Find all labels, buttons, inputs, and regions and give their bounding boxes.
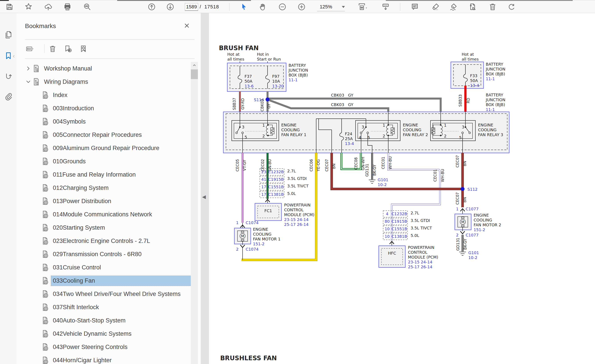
svg-text:CEC07: CEC07 [455, 192, 460, 205]
svg-text:GD131: GD131 [456, 238, 460, 251]
search-button[interactable] [82, 2, 92, 12]
svg-text:BN: BN [463, 197, 467, 203]
bookmark-item[interactable]: 031Cruise Control [17, 261, 191, 274]
svg-text:BOX (BJB): BOX (BJB) [289, 73, 308, 77]
svg-text:13-20: 13-20 [272, 84, 284, 88]
svg-text:VT-GY: VT-GY [242, 160, 247, 171]
svg-text:COOLING: COOLING [478, 127, 497, 132]
bookmark-page-icon [41, 276, 49, 285]
bookmark-section-icon [32, 64, 41, 73]
bookmark-item[interactable]: 013Power Distribution [17, 195, 191, 208]
cloud-upload-button[interactable] [43, 2, 53, 12]
zoom-level-select[interactable]: 125% [317, 3, 345, 11]
print-button[interactable] [62, 2, 72, 12]
svg-text:C1551B: C1551B [392, 226, 407, 231]
bookmark-item[interactable]: 044Horn/Cigar Lighter [17, 354, 191, 364]
svg-text:ENGINE: ENGINE [281, 123, 297, 127]
bookmark-item[interactable]: 005Connector Repair Procedures [17, 128, 191, 141]
bookmark-item[interactable]: 020Starting System [17, 221, 191, 234]
bookmark-page-icon [41, 170, 49, 179]
bookmark-page-icon [41, 184, 49, 192]
previous-page-button[interactable] [147, 2, 157, 12]
svg-text:FC1: FC1 [264, 208, 272, 213]
scrolling-mode-button[interactable] [381, 2, 391, 12]
star-button[interactable] [23, 2, 34, 12]
bookmark-label: 012Charging System [51, 183, 191, 193]
goto-bookmark-button[interactable] [78, 44, 88, 54]
svg-text:G101: G101 [468, 250, 479, 255]
comment-button[interactable] [410, 2, 420, 12]
svg-text:YE-OG: YE-OG [316, 159, 321, 172]
bookmark-options-button[interactable] [25, 44, 35, 54]
svg-text:F97: F97 [272, 74, 279, 79]
bookmark-item[interactable]: 004Symbols [17, 115, 191, 128]
close-panel-button[interactable] [183, 22, 191, 30]
bookmark-item[interactable]: 033Cooling Fan [17, 274, 191, 287]
svg-text:FAN MOTOR 1: FAN MOTOR 1 [253, 237, 281, 241]
bookmark-section-icon [32, 77, 41, 86]
bookmark-item[interactable]: 042Vehicle Dynamic Systems [17, 327, 191, 340]
bookmark-label: 029Transmission Controls - 6R80 [51, 249, 191, 259]
bookmark-item[interactable]: 011Fuse and Relay Information [17, 168, 191, 181]
svg-text:CEC01: CEC01 [433, 169, 437, 182]
svg-text:50A: 50A [470, 78, 478, 83]
collapse-panel-button[interactable]: ◀ [202, 194, 206, 200]
svg-text:ENGINE: ENGINE [403, 123, 418, 127]
svg-text:10A: 10A [272, 79, 280, 84]
delete-bookmark-button[interactable] [48, 44, 58, 54]
expander-icon[interactable] [25, 78, 32, 85]
expander-icon[interactable] [25, 65, 32, 72]
bookmark-item[interactable]: 029Transmission Controls - 6R80 [17, 247, 191, 261]
add-bookmark-button[interactable] [63, 44, 73, 54]
scroll-up-button[interactable] [191, 62, 198, 69]
svg-text:2: 2 [444, 134, 446, 138]
svg-text:FAN MOTOR 2: FAN MOTOR 2 [474, 223, 501, 227]
bookmark-item[interactable]: 009Aluminum Ground Repair Procedure [17, 141, 191, 155]
next-page-button[interactable] [165, 2, 175, 12]
hand-tool-button[interactable] [258, 2, 268, 12]
svg-text:M: M [461, 220, 464, 224]
zoom-out-button[interactable] [277, 2, 287, 12]
bookmark-page-icon [41, 210, 49, 219]
bookmark-item[interactable]: 037Shift Interlock [17, 301, 191, 314]
attachments-panel-button[interactable] [4, 92, 13, 101]
edit-page-button[interactable] [468, 2, 478, 12]
svg-text:25-17 26-14: 25-17 26-14 [284, 222, 308, 227]
scrollbar-thumb[interactable] [191, 69, 198, 79]
sign-button[interactable] [448, 2, 458, 12]
bookmark-item[interactable]: 012Charging System [17, 181, 191, 195]
signatures-panel-button[interactable] [4, 72, 13, 82]
bookmark-item[interactable]: 023Electronic Engine Controls - 2.7L [17, 234, 191, 247]
bookmark-item[interactable]: 003Introduction [17, 102, 191, 115]
svg-text:3: 3 [462, 125, 464, 129]
page-thumbnails-button[interactable] [4, 30, 13, 40]
bookmark-item[interactable]: Index [17, 88, 191, 102]
bookmark-item[interactable]: 010Grounds [17, 155, 191, 168]
svg-text:BRUSH FAN: BRUSH FAN [219, 44, 259, 52]
bookmarks-scrollbar[interactable] [191, 62, 198, 364]
bookmarks-panel-button[interactable] [4, 51, 13, 61]
bookmark-item[interactable]: Workshop Manual [17, 62, 191, 75]
fit-width-button[interactable] [355, 2, 369, 12]
svg-text:BRUSHLESS FAN: BRUSHLESS FAN [220, 355, 277, 362]
bookmark-item[interactable]: 034Two Wheel Drive/Four Wheel Drive Syst… [17, 287, 191, 301]
svg-text:ENGINE: ENGINE [478, 123, 493, 127]
svg-text:BATTERY: BATTERY [486, 62, 503, 67]
bookmark-item[interactable]: 014Module Communications Network [17, 208, 191, 221]
delete-button[interactable] [488, 2, 498, 12]
select-tool-button[interactable] [239, 2, 249, 12]
save-button[interactable] [4, 2, 14, 12]
page-number-input[interactable]: 1589 [185, 3, 198, 11]
zoom-in-button[interactable] [297, 2, 307, 12]
highlight-button[interactable] [431, 2, 441, 12]
bookmark-item[interactable]: 043Power Steering Controls [17, 340, 191, 354]
bookmark-page-icon [41, 157, 49, 166]
bookmark-label: 033Cooling Fan [51, 276, 191, 286]
redo-button[interactable] [507, 2, 517, 12]
svg-text:MODULE (PCM): MODULE (PCM) [408, 255, 438, 259]
svg-text:FAN RELAY 2: FAN RELAY 2 [403, 132, 428, 137]
bookmark-item[interactable]: Wiring Diagrams [17, 75, 191, 88]
svg-text:5.0L: 5.0L [411, 233, 419, 238]
bookmark-item[interactable]: 040Auto-Start-Stop System [17, 314, 191, 327]
svg-text:2: 2 [236, 247, 239, 252]
